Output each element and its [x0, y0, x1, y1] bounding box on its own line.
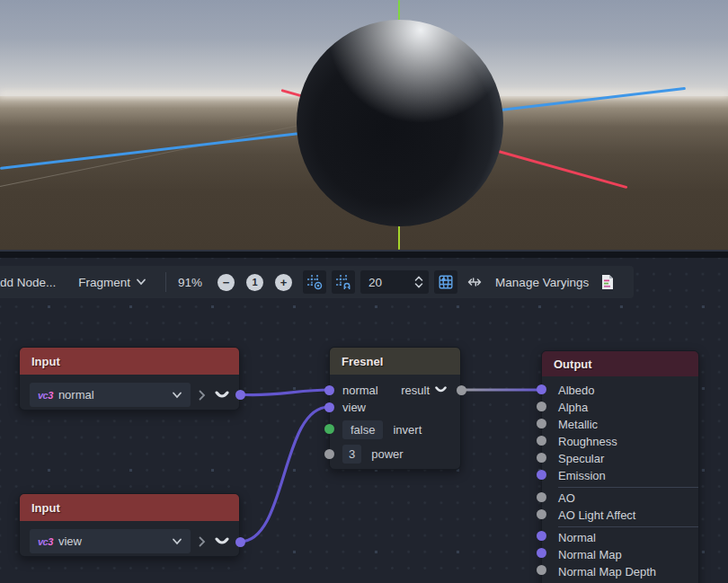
- output-port-row: Specular: [542, 450, 698, 467]
- vec3-type-icon: vc3: [38, 390, 53, 401]
- output-port-row: AO: [542, 490, 698, 507]
- node-fresnel[interactable]: Fresnel normal result view false invert: [329, 347, 461, 470]
- expand-output-icon[interactable]: [199, 390, 206, 401]
- port-output-ao-light-affect[interactable]: [537, 509, 546, 519]
- node-input-normal-header[interactable]: Input: [20, 348, 239, 375]
- output-port-label: Albedo: [558, 384, 594, 397]
- node-title: Input: [31, 355, 60, 368]
- output-port-row: AO Light Affect: [542, 507, 698, 524]
- port-output-ao[interactable]: [537, 492, 546, 502]
- port-output-normal-map[interactable]: [537, 548, 546, 558]
- chevron-down-icon: [172, 392, 182, 399]
- node-input-view[interactable]: Input vc3 view: [19, 493, 240, 557]
- input-source-dropdown[interactable]: vc3 view: [30, 529, 191, 553]
- 3d-preview-viewport[interactable]: [0, 0, 728, 250]
- manage-varyings-label: Manage Varyings: [495, 276, 589, 289]
- shader-preview-icon: [438, 274, 454, 290]
- fresnel-input-view-label: view: [342, 401, 366, 414]
- port-input-view-out[interactable]: [235, 537, 245, 547]
- port-fresnel-normal-in[interactable]: [324, 385, 334, 395]
- output-port-row: Alpha: [542, 399, 698, 416]
- port-fresnel-power-in[interactable]: [324, 449, 334, 459]
- zoom-in-button[interactable]: +: [275, 274, 292, 291]
- shader-stage-label: Fragment: [78, 276, 130, 289]
- node-title: Fresnel: [342, 355, 383, 368]
- connection-view-to-fresnel: [240, 407, 329, 542]
- preview-sphere: [297, 20, 503, 226]
- output-port-row: Normal Map: [542, 546, 698, 563]
- snap-distance-value: 20: [368, 276, 414, 289]
- connection-normal-to-fresnel: [240, 390, 329, 395]
- output-port-label: Alpha: [558, 401, 588, 414]
- shader-file-icon: [600, 274, 615, 290]
- toggle-grid-button[interactable]: [303, 270, 326, 294]
- snap-toggle-button[interactable]: [332, 270, 355, 294]
- port-output-normal[interactable]: [537, 531, 546, 541]
- port-input-normal-out[interactable]: [235, 390, 245, 400]
- fresnel-output-result-label: result: [401, 384, 430, 397]
- port-output-roughness[interactable]: [537, 436, 546, 446]
- port-preview-toggle-icon[interactable]: [434, 386, 448, 394]
- invert-label: invert: [393, 423, 422, 437]
- shader-graph-canvas[interactable]: Add Node... Fragment 91% − 1 +: [0, 258, 728, 583]
- output-port-label: Normal Map: [558, 548, 622, 561]
- node-input-normal[interactable]: Input vc3 normal: [19, 347, 240, 411]
- shader-script-button[interactable]: [600, 274, 615, 290]
- spin-updown-icon[interactable]: [414, 275, 423, 289]
- input-selected-value: view: [58, 534, 82, 548]
- toolbar-separator: [165, 272, 166, 292]
- port-output-emission[interactable]: [537, 470, 546, 480]
- output-port-label: Metallic: [558, 418, 598, 431]
- port-preview-toggle-icon[interactable]: [214, 391, 230, 400]
- zoom-level-label: 91%: [178, 276, 202, 289]
- varyings-transform-icon: [466, 275, 484, 289]
- node-input-view-header[interactable]: Input: [20, 494, 239, 521]
- output-port-row: Roughness: [542, 433, 698, 450]
- invert-checkbox[interactable]: false: [342, 420, 383, 439]
- node-fresnel-header[interactable]: Fresnel: [330, 348, 460, 375]
- snap-grid-icon: [335, 274, 351, 290]
- snap-distance-spinbox[interactable]: 20: [360, 270, 429, 294]
- output-port-label: Normal: [558, 531, 596, 544]
- shader-stage-dropdown[interactable]: Fragment: [78, 276, 146, 289]
- output-port-row: Albedo: [542, 382, 698, 399]
- port-output-metallic[interactable]: [537, 419, 546, 428]
- output-port-label: Normal Map Depth: [558, 565, 656, 579]
- port-output-alpha[interactable]: [537, 402, 546, 411]
- power-value-field[interactable]: 3: [342, 445, 361, 464]
- zoom-reset-button[interactable]: 1: [246, 274, 263, 291]
- output-port-label: AO Light Affect: [558, 508, 635, 522]
- input-selected-value: normal: [58, 388, 94, 402]
- port-output-specular[interactable]: [537, 453, 546, 463]
- varying-mode-button[interactable]: [466, 275, 484, 289]
- port-output-normal-map-depth[interactable]: [537, 565, 546, 575]
- output-port-row: Normal: [542, 529, 698, 546]
- chevron-down-icon: [172, 538, 182, 545]
- preview-shader-button[interactable]: [434, 270, 457, 294]
- add-node-button[interactable]: Add Node...: [0, 276, 56, 289]
- port-preview-toggle-icon[interactable]: [214, 537, 230, 546]
- node-output[interactable]: Output Albedo Alpha Metallic Roughness S…: [541, 350, 699, 583]
- manage-varyings-button[interactable]: Manage Varyings: [495, 276, 589, 289]
- output-port-label: AO: [558, 491, 575, 505]
- node-title: Input: [31, 501, 60, 515]
- port-fresnel-result-out[interactable]: [457, 385, 466, 395]
- grid-visibility-icon: [306, 274, 323, 290]
- port-output-albedo[interactable]: [537, 384, 546, 394]
- zoom-out-button[interactable]: −: [218, 274, 235, 291]
- port-fresnel-invert-in[interactable]: [324, 424, 334, 434]
- port-fresnel-view-in[interactable]: [324, 402, 334, 412]
- shader-editor: Add Node... Fragment 91% − 1 +: [0, 0, 728, 583]
- output-port-label: Emission: [558, 469, 606, 482]
- vec3-type-icon: vc3: [38, 536, 53, 547]
- output-port-row: Emission: [542, 467, 698, 484]
- fresnel-input-normal-label: normal: [342, 384, 378, 397]
- chevron-down-icon: [136, 278, 146, 286]
- input-source-dropdown[interactable]: vc3 normal: [30, 383, 191, 407]
- expand-output-icon[interactable]: [199, 536, 206, 547]
- port-group-separator: [558, 526, 698, 527]
- output-port-label: Roughness: [558, 435, 617, 448]
- graph-toolbar: Add Node... Fragment 91% − 1 +: [0, 266, 634, 298]
- output-port-row: Normal Map Depth: [542, 563, 698, 580]
- node-output-header[interactable]: Output: [542, 351, 698, 376]
